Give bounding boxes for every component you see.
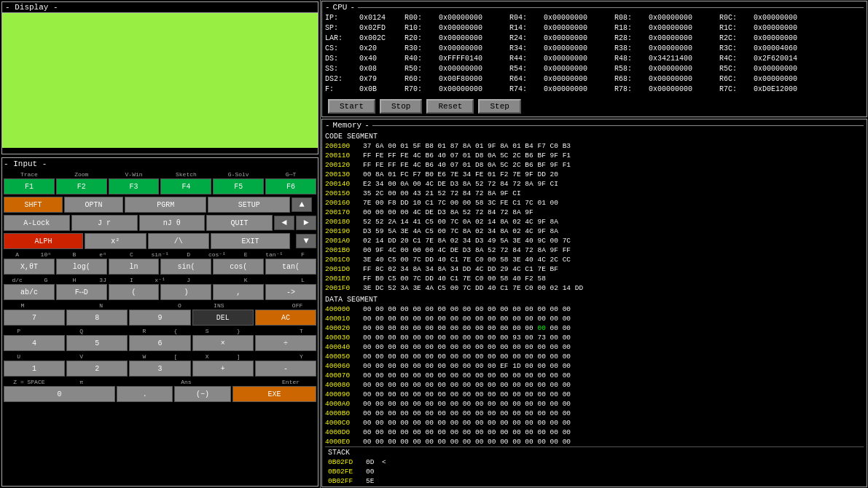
alock-button[interactable]: A-Lock bbox=[4, 215, 70, 231]
x2-button[interactable]: x² bbox=[85, 233, 146, 249]
data-memory-row: 40005000 00 00 00 00 00 00 00 00 00 00 0… bbox=[325, 352, 864, 361]
fn-label-trace: Trace bbox=[4, 171, 55, 178]
divide-button[interactable]: ÷ bbox=[255, 335, 316, 351]
ac-button[interactable]: AC bbox=[255, 310, 316, 326]
exe-button[interactable]: EXE bbox=[232, 386, 316, 402]
f5-button[interactable]: F5 bbox=[213, 178, 264, 194]
cos-button[interactable]: cos( bbox=[213, 259, 264, 275]
display-label: - Display - bbox=[2, 2, 318, 13]
xtheta-button[interactable]: X,θT bbox=[4, 259, 55, 275]
minus-button[interactable]: - bbox=[255, 361, 316, 377]
plus-button[interactable]: + bbox=[192, 361, 254, 377]
reset-button[interactable]: Reset bbox=[426, 99, 474, 114]
step-button[interactable]: Step bbox=[478, 99, 520, 114]
code-segment-label: CODE SEGMENT bbox=[325, 133, 864, 141]
btn-9[interactable]: 9 bbox=[129, 310, 190, 326]
btn-2[interactable]: 2 bbox=[66, 361, 128, 377]
f1-button[interactable]: F1 bbox=[4, 178, 55, 194]
shft-button[interactable]: SHFT bbox=[4, 197, 63, 213]
code-memory-row: 200140E2 34 00 0A 00 4C DE D3 8A 52 72 8… bbox=[325, 179, 864, 189]
arrow-button[interactable]: -> bbox=[265, 284, 316, 300]
code-memory-row: 2001B000 9F 4C 00 00 00 4C DE D3 8A 52 7… bbox=[325, 245, 864, 255]
btn-1[interactable]: 1 bbox=[4, 361, 65, 377]
code-memory-row: 2001C03E 40 C5 00 7C DD 40 C1 7E C0 00 5… bbox=[325, 255, 864, 264]
btn-8[interactable]: 8 bbox=[66, 310, 128, 326]
f4-button[interactable]: F4 bbox=[160, 178, 211, 194]
btn-6[interactable]: 6 bbox=[129, 335, 190, 351]
code-memory-row: 2001F03E DC 52 3A 3E 4A C5 00 7C DD 40 C… bbox=[325, 283, 864, 293]
stack-row: 0B030000 bbox=[328, 486, 861, 487]
fn-label-gt: G↔T bbox=[265, 171, 316, 178]
data-memory-row: 40006000 00 00 00 00 00 00 00 00 00 00 E… bbox=[325, 361, 864, 371]
stack-row: 0B02FD0D< bbox=[328, 457, 861, 467]
input-label: - Input - bbox=[4, 160, 316, 168]
tan-button[interactable]: tan( bbox=[265, 259, 316, 275]
stack-row: 0B02FF5E bbox=[328, 476, 861, 486]
neg-button[interactable]: (−) bbox=[174, 386, 230, 402]
log-button[interactable]: log( bbox=[56, 259, 107, 275]
stop-button[interactable]: Stop bbox=[380, 99, 422, 114]
data-memory-row: 40003000 00 00 00 00 00 00 00 00 00 00 0… bbox=[325, 333, 864, 342]
code-memory-row: 20017000 00 00 00 4C DE D3 8A 52 72 84 7… bbox=[325, 208, 864, 217]
quit-button[interactable]: QUIT bbox=[206, 215, 273, 231]
btn-3[interactable]: 3 bbox=[129, 361, 190, 377]
cpu-register-row: DS2:0x79R60:0x00F80000R64:0x00000000R68:… bbox=[325, 74, 864, 84]
btn-0[interactable]: 0 bbox=[4, 386, 115, 402]
code-memory-row: 20013000 8A 01 FC F7 B0 E6 7E 34 FE 01 F… bbox=[325, 170, 864, 179]
btn-4[interactable]: 4 bbox=[4, 335, 65, 351]
data-memory-row: 40002000 00 00 00 00 00 00 00 00 00 00 0… bbox=[325, 323, 864, 333]
nj-button[interactable]: nJ θ bbox=[139, 215, 206, 231]
display-section: - Display - bbox=[1, 1, 318, 154]
btn-5[interactable]: 5 bbox=[66, 335, 128, 351]
data-memory-row: 4000A000 00 00 00 00 00 00 00 00 00 00 0… bbox=[325, 399, 864, 409]
sin-button[interactable]: sin( bbox=[160, 259, 211, 275]
data-memory-row: 4000B000 00 00 00 00 00 00 00 00 00 00 0… bbox=[325, 409, 864, 418]
ffd-button[interactable]: F↔D bbox=[56, 284, 107, 300]
left-arrow[interactable]: ◄ bbox=[274, 216, 294, 230]
memory-section: - Memory - CODE SEGMENT 20010037 6A 00 0… bbox=[321, 119, 867, 487]
cpu-register-row: IP:0x0124R00:0x00000000R04:0x00000000R08… bbox=[325, 13, 864, 23]
comma-button[interactable]: , bbox=[213, 284, 264, 300]
fn-label-vwin: V-Win bbox=[109, 171, 160, 178]
jr-button[interactable]: J r bbox=[71, 215, 138, 231]
code-memory-row: 20010037 6A 00 01 5F B8 01 87 8A 01 9F 8… bbox=[325, 141, 864, 151]
setup-button[interactable]: SETUP bbox=[208, 197, 290, 213]
right-arrow[interactable]: ► bbox=[296, 216, 316, 230]
stack-section: STACK 0B02FD0D<0B02FE000B02FF5E0B0300000… bbox=[325, 446, 864, 487]
cpu-registers: IP:0x0124R00:0x00000000R04:0x00000000R08… bbox=[325, 13, 864, 95]
code-memory-row: 200120FF FE FF FE 4C B6 40 07 01 D8 0A 5… bbox=[325, 160, 864, 170]
dot-button[interactable]: . bbox=[117, 386, 173, 402]
stack-label: STACK bbox=[328, 449, 861, 457]
stack-rows: 0B02FD0D<0B02FE000B02FF5E0B0300000B03010… bbox=[328, 457, 861, 487]
f6-button[interactable]: F6 bbox=[265, 178, 316, 194]
code-memory-row: 20015035 2C 00 00 43 21 52 72 84 72 8A 9… bbox=[325, 189, 864, 198]
data-memory-row: 4000E000 00 00 00 00 00 00 00 00 00 00 0… bbox=[325, 437, 864, 446]
stack-row: 0B02FE00 bbox=[328, 467, 861, 476]
ln-button[interactable]: ln bbox=[109, 259, 160, 275]
code-memory-row: 2001607E 00 F8 DD 10 C1 7C 00 00 58 3C F… bbox=[325, 198, 864, 208]
cpu-controls: Start Stop Reset Step bbox=[325, 98, 864, 115]
exit-button[interactable]: EXIT bbox=[211, 233, 290, 249]
data-memory-row: 40004000 00 00 00 00 00 00 00 00 00 00 0… bbox=[325, 342, 864, 352]
slash-button[interactable]: /\ bbox=[148, 233, 209, 249]
data-segment-label: DATA SEGMENT bbox=[325, 296, 864, 304]
code-memory-row: 200190D3 59 5A 3E 4A C5 00 7C 8A 02 34 8… bbox=[325, 227, 864, 236]
down-arrow[interactable]: ▼ bbox=[296, 234, 316, 248]
del-button[interactable]: DEL bbox=[192, 310, 254, 326]
multiply-button[interactable]: × bbox=[192, 335, 254, 351]
f3-button[interactable]: F3 bbox=[109, 178, 160, 194]
optn-button[interactable]: OPTN bbox=[64, 197, 123, 213]
f2-button[interactable]: F2 bbox=[56, 178, 107, 194]
alph-button[interactable]: ALPH bbox=[4, 233, 83, 249]
lparen-button[interactable]: ( bbox=[109, 284, 160, 300]
abdc-button[interactable]: ab/c bbox=[4, 284, 55, 300]
memory-label: Memory bbox=[333, 121, 362, 130]
cpu-register-row: DS:0x40R40:0xFFFF0140R44:0x00000000R48:0… bbox=[325, 54, 864, 64]
rparen-button[interactable]: ) bbox=[160, 284, 211, 300]
up-arrow[interactable]: ▲ bbox=[292, 197, 312, 212]
code-memory-row: 20018052 52 2A 14 41 C5 00 7C 0A 02 14 8… bbox=[325, 217, 864, 227]
btn-7[interactable]: 7 bbox=[4, 310, 65, 326]
start-button[interactable]: Start bbox=[328, 99, 375, 114]
cpu-register-row: SS:0x08R50:0x00000000R54:0x00000000R58:0… bbox=[325, 64, 864, 74]
pgrm-button[interactable]: PGRM bbox=[125, 197, 207, 213]
